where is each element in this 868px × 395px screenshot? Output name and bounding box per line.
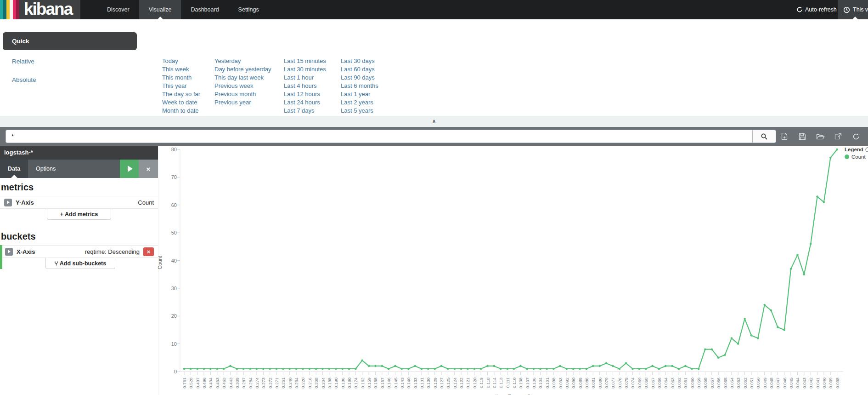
expand-bucket-button[interactable] bbox=[5, 248, 13, 256]
load-saved-visualization-icon[interactable] bbox=[816, 133, 825, 140]
nav-item-discover[interactable]: Discover bbox=[97, 0, 139, 19]
logo-stripe bbox=[6, 0, 10, 19]
quick-option[interactable]: This week bbox=[162, 65, 214, 74]
expand-metric-button[interactable] bbox=[4, 199, 12, 206]
x-tick-label: 0.064 bbox=[663, 378, 668, 395]
count-line-series bbox=[184, 149, 837, 369]
quick-option[interactable]: This day last week bbox=[214, 74, 284, 82]
remove-bucket-button[interactable]: × bbox=[143, 247, 154, 256]
metric-label: Y-Axis bbox=[16, 199, 34, 206]
data-point bbox=[480, 368, 482, 370]
x-tick-label: 0.125 bbox=[445, 378, 450, 395]
search-button[interactable] bbox=[752, 130, 776, 143]
quick-option[interactable]: Day before yesterday bbox=[214, 65, 284, 74]
quick-option[interactable]: Last 2 years bbox=[341, 98, 400, 107]
quick-option[interactable]: Last 90 days bbox=[341, 74, 400, 82]
data-point bbox=[691, 368, 693, 370]
timepicker-mode-absolute[interactable]: Absolute bbox=[3, 76, 137, 83]
data-point bbox=[348, 368, 350, 370]
share-visualization-icon[interactable] bbox=[834, 133, 843, 140]
tab-data[interactable]: Data bbox=[0, 160, 28, 178]
data-point bbox=[394, 365, 396, 367]
y-tick-label: 70 bbox=[162, 174, 177, 180]
data-point bbox=[196, 368, 198, 370]
data-point bbox=[440, 365, 443, 367]
quick-option[interactable]: Previous year bbox=[214, 98, 284, 107]
refresh-data-icon[interactable] bbox=[851, 133, 861, 140]
quick-option[interactable]: Last 6 months bbox=[341, 82, 400, 90]
quick-option[interactable]: Last 5 years bbox=[341, 107, 400, 115]
x-tick-label: 0.174 bbox=[353, 378, 358, 395]
data-point bbox=[665, 365, 667, 367]
quick-option[interactable]: Last 60 days bbox=[341, 65, 400, 74]
kibana-logo[interactable]: kibana bbox=[0, 0, 80, 19]
x-tick-label: 0.045 bbox=[789, 378, 793, 395]
data-point bbox=[566, 368, 568, 370]
x-tick-label: 0.133 bbox=[413, 378, 417, 395]
quick-option[interactable]: Last 30 minutes bbox=[284, 65, 341, 74]
quick-option[interactable]: Last 12 hours bbox=[284, 90, 341, 98]
timepicker-mode-relative[interactable]: Relative bbox=[3, 58, 137, 65]
x-tick-label: 0.274 bbox=[254, 378, 259, 395]
time-filter-button[interactable]: This w bbox=[838, 0, 868, 19]
x-tick-label: 0.061 bbox=[683, 378, 688, 395]
x-tick-label: 0.079 bbox=[604, 378, 609, 395]
quick-option[interactable]: Last 15 minutes bbox=[284, 57, 341, 65]
nav-item-dashboard[interactable]: Dashboard bbox=[181, 0, 228, 19]
buckets-heading: buckets bbox=[0, 227, 158, 245]
x-tick-label: 0.159 bbox=[366, 378, 371, 395]
legend-color-dot bbox=[845, 155, 849, 159]
data-point bbox=[592, 365, 594, 367]
quick-option[interactable]: Week to date bbox=[162, 98, 214, 107]
quick-option[interactable]: Last 1 hour bbox=[284, 74, 341, 82]
tab-options[interactable]: Options bbox=[28, 160, 63, 178]
line-chart-svg[interactable] bbox=[158, 146, 868, 395]
x-tick-label: 0.208 bbox=[314, 378, 318, 395]
add-metrics-button[interactable]: + Add metrics bbox=[47, 209, 111, 220]
quick-option[interactable]: The day so far bbox=[162, 90, 214, 98]
data-point bbox=[401, 368, 403, 370]
data-point bbox=[473, 368, 476, 370]
data-point bbox=[216, 368, 219, 370]
apply-changes-button[interactable] bbox=[120, 160, 139, 178]
save-visualization-icon[interactable] bbox=[798, 133, 807, 140]
auto-refresh-button[interactable]: Auto-refresh bbox=[796, 0, 837, 19]
data-point bbox=[256, 368, 258, 370]
data-point bbox=[519, 365, 522, 367]
data-point bbox=[698, 368, 700, 370]
quick-option[interactable]: Last 1 year bbox=[341, 90, 400, 98]
x-tick-label: 0.496 bbox=[202, 378, 206, 395]
search-input[interactable] bbox=[6, 130, 752, 143]
x-tick-label: 0.180 bbox=[347, 378, 351, 395]
nav-item-settings[interactable]: Settings bbox=[229, 0, 269, 19]
timepicker-mode-quick[interactable]: Quick bbox=[3, 32, 137, 50]
data-point bbox=[183, 368, 186, 370]
quick-option[interactable]: Previous month bbox=[214, 90, 284, 98]
quick-option[interactable]: Last 24 hours bbox=[284, 98, 341, 107]
add-sub-buckets-button[interactable]: Add sub-buckets bbox=[45, 258, 115, 269]
quick-option[interactable]: Month to date bbox=[162, 107, 214, 115]
data-point bbox=[559, 365, 561, 367]
quick-option[interactable]: This month bbox=[162, 74, 214, 82]
quick-option[interactable]: Previous week bbox=[214, 82, 284, 90]
timepicker-collapse-bar[interactable]: ∧ bbox=[0, 116, 868, 127]
quick-option[interactable]: Yesterday bbox=[214, 57, 284, 65]
legend-item-count[interactable]: Count bbox=[845, 154, 868, 160]
new-visualization-icon[interactable] bbox=[780, 132, 789, 140]
quick-option[interactable]: Last 4 hours bbox=[284, 82, 341, 90]
x-tick-label: 0.074 bbox=[630, 378, 635, 395]
x-tick-label: 0.048 bbox=[769, 378, 773, 395]
x-tick-label: 0.049 bbox=[762, 378, 767, 395]
legend-toggle[interactable]: Legend bbox=[845, 147, 868, 152]
quick-option[interactable]: This year bbox=[162, 82, 214, 90]
discard-changes-button[interactable]: × bbox=[139, 160, 158, 178]
quick-option[interactable]: Last 7 days bbox=[284, 107, 341, 115]
quick-option[interactable]: Last 30 days bbox=[341, 57, 400, 65]
data-point bbox=[777, 326, 779, 328]
data-point bbox=[269, 368, 271, 370]
quick-option[interactable]: Today bbox=[162, 57, 214, 65]
data-point bbox=[335, 368, 337, 370]
nav-item-visualize[interactable]: Visualize bbox=[139, 0, 181, 19]
x-tick-label: 0.158 bbox=[373, 378, 378, 395]
chart-legend: Legend Count bbox=[845, 147, 868, 160]
